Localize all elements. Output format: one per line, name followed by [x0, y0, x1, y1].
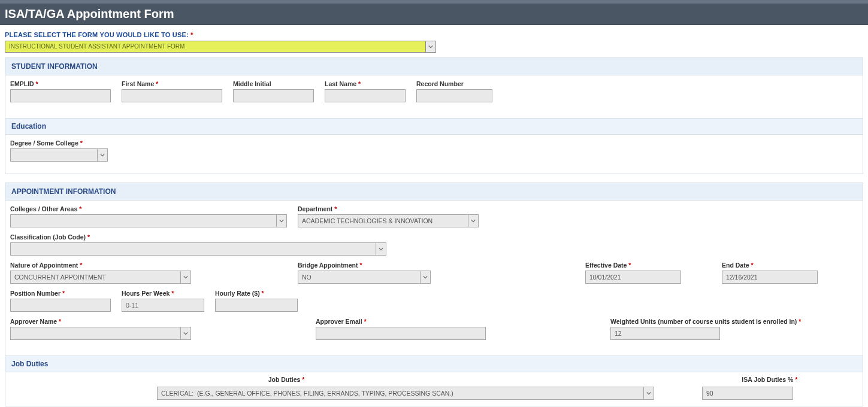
chevron-down-icon[interactable]: [181, 327, 191, 340]
emplid-label: EMPLID: [10, 80, 34, 87]
subsection-job-duties: Job Duties: [5, 356, 863, 372]
chevron-down-icon[interactable]: [277, 214, 287, 227]
required-indicator: *: [57, 318, 61, 325]
bridge-select[interactable]: [298, 271, 431, 284]
department-label: Department: [298, 205, 332, 212]
field-approver-email: Approver Email *: [316, 318, 486, 340]
chevron-down-icon[interactable]: [644, 387, 654, 400]
classification-select[interactable]: [10, 242, 386, 256]
middle-initial-input[interactable]: [233, 89, 314, 102]
effective-date-input[interactable]: [585, 271, 681, 284]
middle-initial-label: Middle Initial: [233, 80, 271, 87]
effective-date-label: Effective Date: [585, 262, 627, 269]
form-type-select[interactable]: INSTRUCTIONAL STUDENT ASSISTANT APPOINTM…: [5, 41, 436, 53]
field-weighted-units: Weighted Units (number of course units s…: [610, 318, 801, 340]
classification-label: Classification (Job Code): [10, 233, 86, 241]
approver-name-label: Approver Name: [10, 318, 57, 325]
approver-name-select[interactable]: [10, 327, 191, 340]
required-indicator: *: [170, 290, 174, 297]
chevron-down-icon[interactable]: [421, 271, 431, 284]
emplid-input[interactable]: [10, 89, 111, 102]
required-indicator: *: [189, 31, 193, 38]
degree-select[interactable]: [10, 148, 108, 162]
rate-input[interactable]: [215, 299, 298, 312]
department-select[interactable]: [298, 214, 479, 227]
field-approver-name: Approver Name *: [10, 318, 191, 340]
job-duties-input[interactable]: [157, 387, 644, 400]
first-name-input[interactable]: [122, 89, 222, 102]
required-indicator: *: [356, 80, 361, 87]
field-first-name: First Name *: [122, 80, 222, 102]
required-indicator: *: [749, 262, 754, 269]
first-name-label: First Name: [122, 80, 154, 87]
field-emplid: EMPLID *: [10, 80, 111, 102]
section-title-student: STUDENT INFORMATION: [5, 58, 863, 75]
required-indicator: *: [77, 205, 81, 212]
required-indicator: *: [260, 290, 264, 297]
chevron-down-icon[interactable]: [426, 41, 436, 53]
rate-label: Hourly Rate ($): [215, 290, 260, 297]
required-indicator: *: [358, 262, 362, 269]
colleges-label: Colleges / Other Areas: [10, 205, 77, 212]
isa-pct-label-text: ISA Job Duties %: [742, 376, 793, 383]
nature-input[interactable]: [10, 271, 181, 284]
required-indicator: *: [362, 318, 367, 325]
weighted-units-label: Weighted Units (number of course units s…: [610, 318, 797, 325]
colleges-input[interactable]: [10, 214, 277, 227]
chevron-down-icon[interactable]: [468, 214, 479, 227]
field-nature: Nature of Appointment *: [10, 262, 191, 284]
position-number-label: Position Number: [10, 290, 61, 297]
field-record-number: Record Number: [416, 80, 492, 102]
nature-label: Nature of Appointment: [10, 262, 78, 269]
field-position-number: Position Number *: [10, 290, 111, 312]
required-indicator: *: [34, 80, 38, 87]
field-colleges: Colleges / Other Areas *: [10, 205, 287, 227]
colleges-select[interactable]: [10, 214, 287, 227]
field-classification: Classification (Job Code) *: [10, 233, 386, 256]
record-number-input[interactable]: [416, 89, 492, 102]
required-indicator: *: [154, 80, 158, 87]
required-indicator: *: [300, 376, 304, 383]
job-duties-select[interactable]: [157, 387, 654, 400]
chevron-down-icon[interactable]: [98, 148, 108, 162]
isa-job-duties-pct-label: ISA Job Duties % *: [742, 376, 797, 383]
field-department: Department *: [298, 205, 479, 227]
section-student-info: STUDENT INFORMATION EMPLID * First Name …: [5, 57, 863, 174]
required-indicator: *: [793, 376, 797, 383]
field-middle-initial: Middle Initial: [233, 80, 314, 102]
field-hourly-rate: Hourly Rate ($) *: [215, 290, 298, 312]
nature-select[interactable]: [10, 271, 191, 284]
classification-input[interactable]: [10, 242, 376, 256]
position-number-input[interactable]: [10, 299, 111, 312]
end-date-label: End Date: [722, 262, 749, 269]
weighted-units-input[interactable]: [610, 327, 720, 340]
required-indicator: *: [332, 205, 337, 212]
approver-email-input[interactable]: [316, 327, 486, 340]
form-type-prompt-text: PLEASE SELECT THE FORM YOU WOULD LIKE TO…: [5, 31, 189, 38]
required-indicator: *: [627, 262, 631, 269]
record-number-label: Record Number: [416, 80, 464, 87]
required-indicator: *: [86, 233, 90, 241]
job-duties-label-text: Job Duties: [268, 376, 301, 383]
hours-input[interactable]: [122, 299, 204, 312]
degree-label: Degree / Some College: [10, 139, 78, 147]
department-input[interactable]: [298, 214, 468, 227]
degree-input[interactable]: [10, 148, 98, 162]
required-indicator: *: [78, 139, 83, 147]
field-effective-date: Effective Date *: [585, 262, 681, 284]
isa-job-duties-pct-input[interactable]: [702, 387, 793, 400]
last-name-input[interactable]: [325, 89, 406, 102]
chevron-down-icon[interactable]: [181, 271, 191, 284]
job-duties-column-label: Job Duties *: [268, 376, 305, 383]
approver-name-input[interactable]: [10, 327, 181, 340]
form-type-select-value: INSTRUCTIONAL STUDENT ASSISTANT APPOINTM…: [5, 41, 426, 53]
field-bridge: Bridge Appointment *: [298, 262, 431, 284]
bridge-input[interactable]: [298, 271, 421, 284]
chevron-down-icon[interactable]: [376, 242, 386, 256]
page-title: ISA/TA/GA Appointment Form: [0, 4, 868, 25]
required-indicator: *: [78, 262, 82, 269]
field-last-name: Last Name *: [325, 80, 406, 102]
last-name-label: Last Name: [325, 80, 356, 87]
field-degree: Degree / Some College *: [10, 139, 108, 162]
end-date-input[interactable]: [722, 271, 818, 284]
